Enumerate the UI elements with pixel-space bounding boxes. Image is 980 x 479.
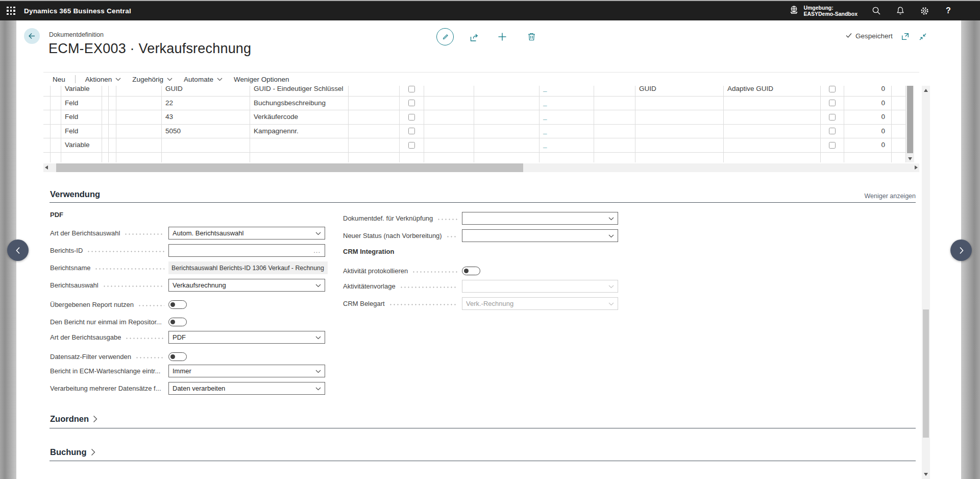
cell-link[interactable]: _ xyxy=(540,110,594,124)
row-checkbox[interactable] xyxy=(829,100,836,106)
menu-item-fewer-options[interactable]: Weniger Optionen xyxy=(234,76,289,83)
search-icon[interactable] xyxy=(871,6,881,16)
cell-type[interactable]: Feld xyxy=(61,97,102,110)
notifications-bell-icon[interactable] xyxy=(895,6,905,16)
page-scroll-up-arrow[interactable] xyxy=(924,89,928,92)
cell-adaptive-guid[interactable] xyxy=(724,97,821,110)
menu-item-new[interactable]: Neu xyxy=(53,76,65,83)
cell-guid[interactable] xyxy=(635,97,724,110)
cell-link[interactable]: _ xyxy=(540,125,594,138)
cell-type[interactable]: Feld xyxy=(61,125,102,138)
delete-trash-icon[interactable] xyxy=(527,32,536,43)
edit-pencil-button[interactable] xyxy=(436,28,454,45)
row-checkbox[interactable] xyxy=(829,114,836,121)
cell-count[interactable]: 0 xyxy=(844,110,892,124)
next-record-button[interactable] xyxy=(950,240,972,261)
cell-adaptive-guid[interactable]: Adaptive GUID xyxy=(724,86,821,96)
page-vertical-scrollbar-thumb[interactable] xyxy=(923,309,929,438)
row-checkbox[interactable] xyxy=(829,86,836,92)
menu-item-related[interactable]: Zugehörig xyxy=(132,76,173,83)
cell-count[interactable]: 0 xyxy=(844,97,892,110)
table-horizontal-scrollbar[interactable] xyxy=(43,163,919,172)
menu-item-automate[interactable]: Automate xyxy=(184,76,223,83)
cell-adaptive-guid[interactable] xyxy=(724,138,821,152)
cell-guid[interactable] xyxy=(635,110,724,124)
cell-description[interactable]: GUID - Eindeutiger Schlüssel xyxy=(250,86,349,96)
ecm-warteschlange-dropdown[interactable]: Immer xyxy=(168,365,325,377)
assist-edit-button[interactable]: ... xyxy=(313,247,321,254)
cell-guid[interactable] xyxy=(635,125,724,138)
cell-description[interactable]: Buchungsbeschreibung xyxy=(250,97,349,110)
cell-type[interactable]: Feld xyxy=(61,110,102,124)
cell-value[interactable]: GUID xyxy=(162,86,250,96)
row-checkbox[interactable] xyxy=(408,142,415,149)
cell-count[interactable]: 0 xyxy=(844,125,892,138)
scroll-right-arrow[interactable] xyxy=(915,165,918,170)
neuer-status-dropdown[interactable] xyxy=(462,229,618,242)
cell-value[interactable]: 43 xyxy=(162,110,250,124)
row-checkbox[interactable] xyxy=(829,128,836,134)
cell-link[interactable]: _ xyxy=(540,86,594,96)
share-icon[interactable] xyxy=(469,33,480,44)
verarbeitung-mehrerer-dropdown[interactable]: Daten verarbeiten xyxy=(168,382,325,395)
cell-link[interactable]: _ xyxy=(540,97,594,110)
new-plus-icon[interactable] xyxy=(498,32,507,43)
aktivitaet-protokollieren-toggle[interactable] xyxy=(462,267,480,275)
app-launcher-icon[interactable] xyxy=(7,7,15,15)
menu-item-actions[interactable]: Aktionen xyxy=(85,76,121,83)
row-checkbox[interactable] xyxy=(408,128,415,134)
row-checkbox[interactable] xyxy=(408,100,415,106)
section-header-zuordnen[interactable]: Zuordnen xyxy=(50,414,97,424)
collapse-view-icon[interactable] xyxy=(919,33,927,43)
settings-gear-icon[interactable] xyxy=(919,6,929,16)
cell-guid[interactable]: GUID xyxy=(635,86,724,96)
app-title[interactable]: Dynamics 365 Business Central xyxy=(24,7,131,15)
show-less-link[interactable]: Weniger anzeigen xyxy=(863,193,916,200)
cell-description[interactable] xyxy=(250,138,349,152)
datensatz-filter-toggle[interactable] xyxy=(168,352,187,361)
cell-value[interactable] xyxy=(162,138,250,152)
section-header-buchung[interactable]: Buchung xyxy=(50,447,95,457)
row-checkbox[interactable] xyxy=(408,86,415,92)
row-checkbox[interactable] xyxy=(829,142,836,149)
cell-description[interactable]: Kampagnennr. xyxy=(250,125,349,138)
cell-guid[interactable] xyxy=(635,138,724,152)
cell-value[interactable]: 5050 xyxy=(162,125,250,138)
dokumentdef-verknuepfung-dropdown[interactable] xyxy=(462,212,618,225)
crm-belegart-dropdown: Verk.-Rechnung xyxy=(462,297,618,310)
berichts-id-input[interactable]: ... xyxy=(168,244,325,257)
field-art-der-berichtsausgabe: Art der Berichtsausgabe xyxy=(50,331,168,344)
back-button[interactable] xyxy=(24,28,40,44)
page-vertical-scrollbar[interactable] xyxy=(922,86,930,479)
cell-count[interactable]: 0 xyxy=(844,138,892,152)
environment-label: Umgebung: xyxy=(803,5,857,11)
table-vertical-scrollbar-thumb[interactable] xyxy=(907,86,913,153)
art-der-berichtsausgabe-dropdown[interactable]: PDF xyxy=(168,331,325,344)
art-der-berichtsauswahl-dropdown[interactable]: Autom. Berichtsauswahl xyxy=(168,227,325,240)
field-crm-belegart: CRM Belegart xyxy=(343,297,462,310)
cell-link[interactable]: _ xyxy=(540,138,594,152)
subsection-header-pdf: PDF xyxy=(50,211,63,219)
uebergebenen-report-toggle[interactable] xyxy=(168,300,187,309)
berichtsauswahl-dropdown[interactable]: Verkaufsrechnung xyxy=(168,279,325,292)
cell-type[interactable]: Variable xyxy=(61,86,102,96)
table-scroll-down-arrow[interactable] xyxy=(906,155,914,162)
cell-type[interactable]: Variable xyxy=(61,138,102,152)
cell-adaptive-guid[interactable] xyxy=(724,110,821,124)
cell-adaptive-guid[interactable] xyxy=(724,125,821,138)
cell-description[interactable]: Verkäufercode xyxy=(250,110,349,124)
table-horizontal-scrollbar-thumb[interactable] xyxy=(56,163,523,172)
row-checkbox[interactable] xyxy=(408,114,415,121)
field-ecm-warteschlange: Bericht in ECM-Warteschlange eintr... xyxy=(50,365,168,377)
cell-value[interactable]: 22 xyxy=(162,97,250,110)
cell-count[interactable]: 0 xyxy=(844,86,892,96)
open-in-new-window-icon[interactable] xyxy=(901,32,910,43)
breadcrumb[interactable]: Dokumentdefinition xyxy=(49,31,104,38)
bericht-nur-einmal-toggle[interactable] xyxy=(168,318,187,326)
previous-record-button[interactable] xyxy=(7,240,29,261)
table-vertical-scrollbar[interactable] xyxy=(906,86,914,162)
help-icon[interactable]: ? xyxy=(943,6,953,16)
environment-switcher[interactable]: Umgebung: EASYDemo-Sandbox xyxy=(789,5,857,17)
page-scroll-down-arrow[interactable] xyxy=(924,473,928,476)
scroll-left-arrow[interactable] xyxy=(45,165,48,170)
